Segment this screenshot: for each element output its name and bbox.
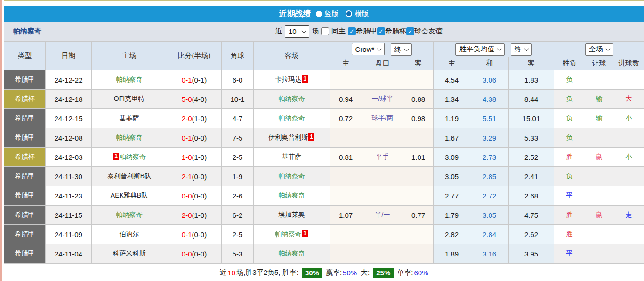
crow-home-odds (330, 186, 362, 206)
avg-home-odds: 1.89 (434, 244, 470, 264)
table-row: 希腊杯24-12-18OFI克里特5-0(4-0)10-1帕纳察奇0.94一/球… (4, 90, 644, 109)
score-cell: 0-1(0-0) (167, 225, 222, 244)
table-row: 希腊甲24-11-30泰利普利斯B队2-1(0-0)1-9帕纳察奇3.052.8… (4, 167, 644, 186)
result-handicap: 赢 (585, 206, 613, 225)
crow-home-odds: 0.81 (330, 148, 362, 167)
layout-radio-group: 竖版横版 (316, 9, 369, 18)
table-row: 希腊甲24-11-04科萨米科斯0-0(0-0)5-3帕纳察奇1.893.163… (4, 244, 644, 264)
avg-time-select[interactable]: 终 (511, 43, 532, 56)
corner-cell: 4-7 (222, 109, 254, 128)
date-cell: 24-12-03 (46, 148, 92, 167)
crow-home-odds: 1.07 (330, 206, 362, 225)
result-goals: 大 (613, 90, 644, 109)
date-cell: 24-12-08 (46, 128, 92, 148)
crow-home-odds: 0.72 (330, 109, 362, 128)
layout-radio-option[interactable]: 横版 (346, 9, 369, 18)
league-cell: 希腊甲 (4, 206, 46, 225)
result-goals (613, 186, 644, 206)
odds-company-select[interactable]: Crow* (352, 43, 385, 55)
away-team-cell: 帕纳察奇 (254, 186, 330, 206)
team-name: AEK雅典B队 (111, 191, 148, 199)
score-cell: 0-1(0-0) (167, 128, 222, 148)
crow-handicap: 一/球半 (362, 90, 403, 109)
avg-odds-select[interactable]: 胜平负均值 (455, 43, 505, 56)
chevron-down-icon (404, 47, 409, 51)
date-cell: 24-12-15 (46, 109, 92, 128)
result-goals (613, 70, 644, 90)
crow-away-odds: 1.01 (403, 148, 434, 167)
avg-home-odds: 2.82 (434, 225, 470, 244)
date-cell: 24-11-09 (46, 225, 92, 244)
competition-checkbox[interactable]: ✓ (377, 27, 385, 35)
result-wdl: 胜 (554, 225, 585, 244)
league-cell: 希腊甲 (4, 70, 46, 90)
summary-footer: 近10场,胜3平2负5, 胜率:30%赢率:50%大:25%单率:60% (4, 264, 644, 281)
result-goals (613, 128, 644, 148)
big-rate-badge: 25% (373, 268, 394, 278)
away-team-cell: 伊利奥普利斯1 (254, 128, 330, 148)
corner-cell: 7-5 (222, 128, 254, 148)
result-handicap (585, 186, 613, 206)
result-handicap (585, 225, 613, 244)
team-name: 伯讷尔 (120, 230, 139, 238)
date-cell: 24-11-23 (46, 186, 92, 206)
avg-draw-odds: 3.29 (470, 128, 509, 148)
avg-home-odds: 4.54 (434, 70, 470, 90)
score-cell: 2-1(0-0) (167, 167, 222, 186)
chevron-down-icon (497, 46, 502, 51)
avg-draw-odds: 2.73 (470, 148, 509, 167)
col-header-score: 比分(半场) (167, 42, 222, 70)
corner-cell: 6-0 (222, 70, 254, 90)
date-cell: 24-11-15 (46, 206, 92, 225)
single-label: 单率: (397, 268, 413, 277)
crow-away-odds (403, 70, 434, 90)
crow-away-odds: 0.98 (403, 109, 434, 128)
league-cell: 希腊甲 (4, 186, 46, 206)
home-team-cell: 帕纳察奇 (92, 206, 167, 225)
score-cell: 2-0(1-0) (167, 206, 222, 225)
home-team-cell: 泰利普利斯B队 (92, 167, 167, 186)
red-card-badge: 1 (308, 133, 314, 140)
col-header-result-goals: 进球数 (613, 57, 644, 70)
big-label: 大: (361, 268, 370, 277)
crow-home-odds (330, 70, 362, 90)
odds-time-select[interactable]: 终 (391, 43, 412, 56)
recent-label: 近 (275, 27, 282, 36)
layout-radio-option[interactable]: 竖版 (316, 9, 339, 18)
result-goals: 小 (613, 148, 644, 167)
avg-home-odds: 1.19 (434, 109, 470, 128)
team-name: 科萨米科斯 (113, 249, 146, 257)
avg-away-odds: 15.01 (509, 109, 554, 128)
titlebar: 近期战绩 竖版横版 (4, 6, 644, 22)
avg-away-odds: 2.41 (509, 167, 554, 186)
corner-cell: 5-3 (222, 244, 254, 264)
result-wdl: 胜 (554, 206, 585, 225)
halftime-score: (0-0) (192, 250, 207, 258)
corner-cell: 1-9 (222, 167, 254, 186)
score-cell: 2-0(1-0) (167, 109, 222, 128)
match-count-select[interactable]: 10 (285, 25, 309, 38)
team-name: 帕纳察奇 (275, 230, 301, 238)
matches-label: 场 (312, 27, 319, 36)
result-goals (613, 167, 644, 186)
same-home-checkbox[interactable] (321, 27, 329, 35)
date-cell: 24-11-30 (46, 167, 92, 186)
home-team-cell: OFI克里特 (92, 90, 167, 109)
col-header-avg-draw: 和 (470, 57, 509, 70)
home-team-cell: 伯讷尔 (92, 225, 167, 244)
result-scope-select[interactable]: 全场 (585, 43, 613, 56)
avg-draw-odds: 2.72 (470, 186, 509, 206)
competition-checkbox[interactable]: ✓ (406, 27, 414, 35)
avg-draw-odds: 5.51 (470, 109, 509, 128)
yield-value: 50% (343, 269, 357, 277)
halftime-score: (1-0) (192, 153, 207, 161)
corner-cell: 2-5 (222, 148, 254, 167)
chevron-down-icon (377, 46, 382, 51)
team-name: 帕纳察奇 (120, 153, 146, 160)
table-row: 希腊甲24-11-09伯讷尔0-1(0-0)2-5帕纳察奇12.822.842.… (4, 225, 644, 244)
fulltime-score: 0-1 (182, 76, 192, 84)
avg-draw-odds: 3.05 (470, 206, 509, 225)
crow-away-odds: 0.77 (403, 206, 434, 225)
competition-checkbox[interactable]: ✓ (348, 27, 356, 35)
corner-cell: 2-5 (222, 225, 254, 244)
